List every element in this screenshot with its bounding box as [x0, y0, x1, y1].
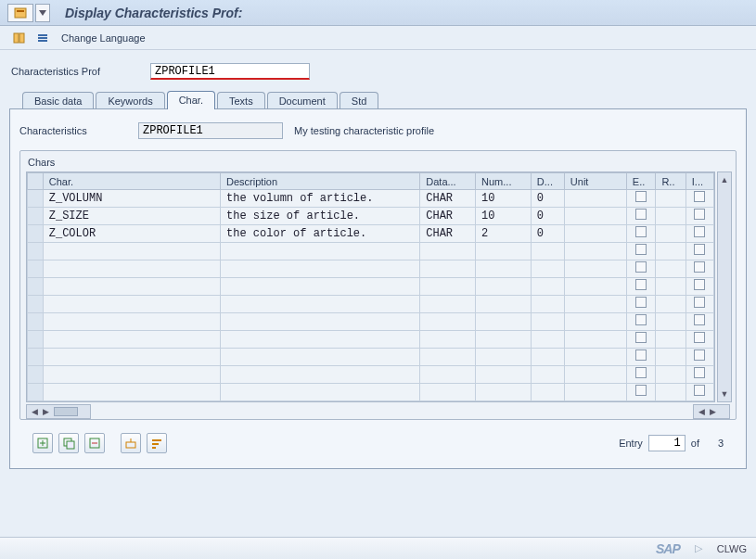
status-bar: SAP ▷ CLWG: [0, 537, 756, 559]
table-row[interactable]: Z_COLORthe color of article.CHAR20: [28, 225, 714, 243]
table-row[interactable]: [28, 296, 714, 313]
entry-of-label: of: [691, 438, 699, 449]
chars-groupbox: Chars Char.DescriptionData...Num...D...U…: [19, 150, 737, 420]
svg-rect-17: [152, 439, 161, 441]
checkbox[interactable]: [694, 297, 705, 308]
col-header[interactable]: E..: [626, 173, 656, 190]
col-header[interactable]: I...: [686, 173, 713, 190]
scroll-right-icon[interactable]: ▶: [707, 406, 718, 417]
checkbox[interactable]: [635, 349, 647, 361]
tab-std[interactable]: Std: [340, 92, 379, 109]
scroll-up-icon[interactable]: ▲: [719, 174, 730, 185]
checkbox[interactable]: [694, 261, 705, 273]
entry-current-input[interactable]: [648, 435, 686, 451]
table-row[interactable]: [28, 366, 714, 384]
tab-char-[interactable]: Char.: [167, 91, 215, 109]
svg-rect-15: [126, 442, 135, 448]
horizontal-scrollbar-left[interactable]: ◀ ▶: [26, 404, 91, 419]
scroll-left-icon[interactable]: ◀: [29, 406, 40, 417]
profile-input[interactable]: [150, 63, 310, 80]
insert-row-button[interactable]: [32, 433, 53, 453]
checkbox[interactable]: [694, 279, 705, 290]
table-row[interactable]: Z_SIZEthe size of article.CHAR100: [28, 208, 714, 225]
checkbox[interactable]: [635, 209, 647, 220]
svg-rect-19: [152, 447, 156, 449]
chars-groupbox-title: Chars: [20, 155, 736, 172]
menu-icon[interactable]: [7, 4, 33, 22]
checkbox[interactable]: [635, 244, 647, 255]
col-header[interactable]: R..: [656, 173, 686, 190]
checkbox[interactable]: [694, 349, 705, 361]
scroll-thumb[interactable]: [54, 407, 78, 416]
col-header[interactable]: Unit: [564, 173, 626, 190]
svg-rect-5: [38, 34, 47, 36]
svg-rect-1: [17, 10, 24, 12]
scroll-down-icon[interactable]: ▼: [719, 388, 730, 400]
tab-keywords[interactable]: Keywords: [96, 92, 164, 109]
table-action-buttons: [32, 433, 170, 453]
col-header[interactable]: Description: [221, 173, 420, 190]
table-row[interactable]: [28, 384, 714, 401]
scroll-right-icon[interactable]: ▶: [40, 406, 51, 417]
checkbox[interactable]: [694, 385, 705, 396]
change-language-label[interactable]: Change Language: [61, 32, 146, 44]
tabstrip: Basic dataKeywordsChar.TextsDocumentStd: [0, 89, 756, 109]
characteristics-label: Characteristics: [19, 125, 138, 136]
entry-label: Entry: [619, 438, 643, 449]
svg-rect-4: [19, 33, 24, 43]
table-row[interactable]: [28, 313, 714, 331]
table-row[interactable]: [28, 260, 714, 278]
checkbox[interactable]: [635, 314, 647, 325]
table-row[interactable]: [28, 278, 714, 296]
chars-table[interactable]: Char.DescriptionData...Num...D...UnitE..…: [26, 172, 715, 402]
checkbox[interactable]: [635, 261, 647, 273]
checkbox[interactable]: [694, 367, 705, 378]
status-separator: ▷: [695, 542, 702, 554]
col-header[interactable]: Char.: [43, 173, 220, 190]
checkbox[interactable]: [635, 332, 647, 343]
checkbox[interactable]: [635, 279, 647, 290]
svg-rect-6: [38, 37, 47, 39]
horizontal-scrollbar-right[interactable]: ◀ ▶: [693, 404, 730, 419]
page-title: Display Characteristics Prof:: [65, 6, 242, 20]
checkbox[interactable]: [635, 226, 647, 237]
tab-basic-data[interactable]: Basic data: [22, 92, 94, 109]
status-system: CLWG: [717, 543, 747, 554]
delete-row-button[interactable]: [84, 433, 105, 453]
sort-button[interactable]: [147, 433, 167, 453]
profile-label: Characteristics Prof: [11, 66, 150, 77]
checkbox[interactable]: [694, 314, 705, 325]
checkbox[interactable]: [694, 332, 705, 343]
checkbox[interactable]: [635, 191, 647, 202]
table-row[interactable]: Z_VOLUMNthe volumn of article.CHAR100: [28, 190, 714, 208]
col-header[interactable]: Data...: [420, 173, 476, 190]
checkbox[interactable]: [694, 226, 705, 237]
col-header[interactable]: Num...: [476, 173, 532, 190]
checkbox[interactable]: [694, 209, 705, 220]
profile-field-row: Characteristics Prof: [0, 50, 756, 89]
table-row[interactable]: [28, 349, 714, 366]
scroll-left-icon[interactable]: ◀: [696, 406, 707, 417]
tab-panel-char: Characteristics My testing characteristi…: [9, 108, 747, 469]
svg-rect-3: [14, 33, 19, 43]
characteristics-row: Characteristics My testing characteristi…: [19, 122, 737, 139]
dropdown-icon[interactable]: [35, 4, 50, 22]
tab-document[interactable]: Document: [267, 92, 338, 109]
copy-row-button[interactable]: [58, 433, 79, 453]
svg-rect-7: [38, 40, 47, 42]
characteristics-input[interactable]: [138, 122, 283, 139]
tab-texts[interactable]: Texts: [217, 92, 265, 109]
toggle-icon[interactable]: [9, 30, 28, 46]
checkbox[interactable]: [694, 191, 705, 202]
col-header[interactable]: D...: [531, 173, 564, 190]
checkbox[interactable]: [694, 244, 705, 255]
checkbox[interactable]: [635, 367, 647, 378]
table-row[interactable]: [28, 243, 714, 260]
table-row[interactable]: [28, 331, 714, 349]
vertical-scrollbar[interactable]: ▲ ▼: [717, 172, 732, 402]
svg-rect-0: [15, 8, 26, 18]
checkbox[interactable]: [635, 297, 647, 308]
language-icon[interactable]: [33, 30, 52, 46]
checkbox[interactable]: [635, 385, 647, 396]
append-button[interactable]: [121, 433, 141, 453]
